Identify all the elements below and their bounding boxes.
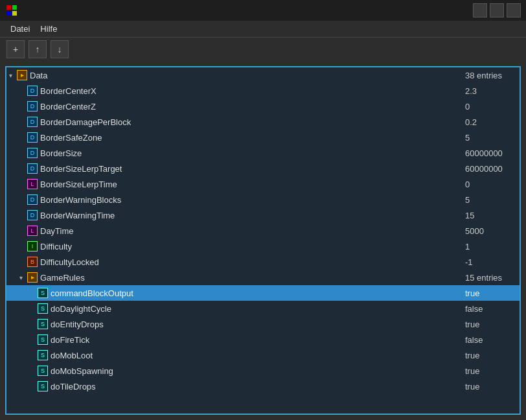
row-label: BorderCenterX [40, 86, 465, 96]
download-button[interactable]: ↓ [51, 40, 69, 58]
tree-row[interactable]: DBorderCenterZ0 [6, 99, 520, 114]
row-value: 60000000 [465, 164, 517, 174]
add-button[interactable]: + [6, 40, 25, 58]
string-icon: S [38, 288, 48, 298]
tree-row[interactable]: SdoMobLoottrue [6, 347, 520, 363]
menu-bar: Datei Hilfe [0, 21, 526, 38]
row-value: true [465, 351, 517, 360]
row-value: 15 [465, 211, 517, 220]
row-value: 1 [465, 242, 517, 251]
row-value: true [465, 320, 517, 329]
string-icon: S [38, 303, 48, 314]
tree-row[interactable]: DBorderWarningBlocks5 [6, 192, 520, 207]
double-icon: D [27, 86, 38, 96]
window-controls [473, 3, 521, 18]
close-button[interactable] [507, 3, 521, 18]
row-label: BorderSize [40, 148, 465, 158]
row-value: 0 [465, 180, 517, 189]
tree-row[interactable]: DBorderWarningTime15 [6, 207, 520, 223]
tree-row[interactable]: ▾▸GameRules15 entries [6, 270, 520, 285]
row-label: doEntityDrops [51, 320, 465, 329]
tree-row[interactable]: SdoDaylightCyclefalse [6, 301, 520, 316]
row-label: BorderWarningBlocks [40, 195, 465, 205]
row-value: true [465, 288, 517, 298]
title-bar [0, 0, 526, 21]
long-icon: L [27, 226, 38, 236]
compound-icon: ▸ [17, 70, 27, 80]
tree-row[interactable]: DBorderCenterX2.3 [6, 83, 520, 99]
main-content: ▾▸Data38 entriesDBorderCenterX2.3DBorder… [0, 61, 526, 420]
tree-row[interactable]: DBorderSizeLerpTarget60000000 [6, 161, 520, 176]
row-label: doMobSpawning [51, 366, 465, 376]
row-value: 38 entries [465, 71, 517, 80]
expand-arrow[interactable]: ▾ [19, 274, 27, 281]
string-icon: S [38, 319, 48, 329]
string-icon: S [38, 334, 48, 345]
menu-hilfe[interactable]: Hilfe [35, 23, 62, 35]
tree-panel: ▾▸Data38 entriesDBorderCenterX2.3DBorder… [5, 66, 521, 415]
row-value: 5 [465, 195, 517, 205]
title-bar-left [5, 4, 18, 17]
row-value: 5 [465, 133, 517, 143]
int-icon: I [27, 241, 38, 251]
row-value: 2.3 [465, 86, 517, 96]
row-value: true [465, 366, 517, 376]
tree-row[interactable]: DBorderSize60000000 [6, 145, 520, 161]
string-icon: S [38, 366, 48, 376]
svg-rect-1 [12, 5, 17, 10]
row-value: 60000000 [465, 148, 517, 158]
long-icon: L [27, 179, 38, 189]
svg-rect-3 [12, 11, 17, 16]
double-icon: D [27, 210, 38, 220]
toolbar: + ↑ ↓ [0, 38, 526, 61]
expand-arrow[interactable]: ▾ [9, 72, 17, 79]
row-label: BorderSafeZone [40, 133, 465, 143]
row-label: Data [30, 71, 465, 80]
row-value: false [465, 335, 517, 345]
double-icon: D [27, 148, 38, 158]
svg-rect-0 [6, 5, 11, 10]
byte-icon: B [27, 257, 38, 267]
tree-row[interactable]: SdoFireTickfalse [6, 332, 520, 347]
tree-row[interactable]: ▾▸Data38 entries [6, 67, 520, 83]
tree-row[interactable]: LDayTime5000 [6, 223, 520, 239]
row-label: Difficulty [40, 242, 465, 251]
row-value: 0 [465, 102, 517, 111]
double-icon: D [27, 163, 38, 174]
maximize-button[interactable] [490, 3, 504, 18]
row-label: GameRules [40, 273, 465, 283]
row-value: -1 [465, 257, 517, 267]
row-label: doDaylightCycle [51, 304, 465, 314]
row-label: BorderDamagePerBlock [40, 117, 465, 127]
row-label: BorderSizeLerpTime [40, 180, 465, 189]
tree-row[interactable]: SdoMobSpawningtrue [6, 363, 520, 379]
tree-scroll[interactable]: ▾▸Data38 entriesDBorderCenterX2.3DBorder… [6, 67, 520, 414]
row-label: DayTime [40, 226, 465, 236]
row-value: true [465, 382, 517, 391]
double-icon: D [27, 101, 38, 111]
tree-row[interactable]: IDifficulty1 [6, 239, 520, 254]
double-icon: D [27, 132, 38, 143]
row-label: commandBlockOutput [51, 288, 465, 298]
row-label: doMobLoot [51, 351, 465, 360]
tree-row[interactable]: BDifficultyLocked-1 [6, 254, 520, 270]
compound-icon: ▸ [27, 272, 38, 283]
menu-datei[interactable]: Datei [5, 23, 35, 35]
row-label: BorderCenterZ [40, 102, 465, 111]
tree-row[interactable]: DBorderDamagePerBlock0.2 [6, 114, 520, 130]
svg-rect-2 [6, 11, 11, 16]
row-value: 15 entries [465, 273, 517, 283]
tree-row[interactable]: SdoEntityDropstrue [6, 316, 520, 332]
row-label: BorderWarningTime [40, 211, 465, 220]
string-icon: S [38, 381, 48, 391]
row-label: doTileDrops [51, 382, 465, 391]
upload-button[interactable]: ↑ [29, 40, 47, 58]
row-label: doFireTick [51, 335, 465, 345]
tree-row[interactable]: DBorderSafeZone5 [6, 130, 520, 145]
tree-row[interactable]: ScommandBlockOutputtrue [6, 285, 520, 301]
minimize-button[interactable] [473, 3, 487, 18]
tree-row[interactable]: SdoTileDropstrue [6, 379, 520, 394]
row-value: false [465, 304, 517, 314]
tree-row[interactable]: LBorderSizeLerpTime0 [6, 176, 520, 192]
row-label: DifficultyLocked [40, 257, 465, 267]
